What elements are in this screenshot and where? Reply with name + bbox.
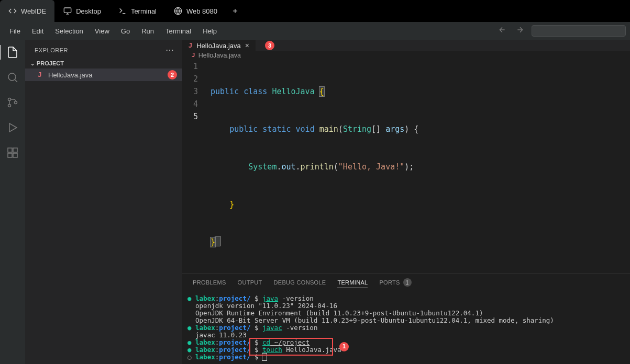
tab-desktop-label: Desktop xyxy=(76,7,101,15)
panel-tab-ports[interactable]: PORTS1 xyxy=(379,278,411,289)
code-content: public class HelloJava { public static v… xyxy=(211,60,630,274)
globe-icon xyxy=(174,7,182,15)
breadcrumb[interactable]: J HelloJava.java xyxy=(182,51,630,59)
panel-tab-output[interactable]: OUTPUT xyxy=(238,279,262,288)
code-icon xyxy=(8,7,17,15)
java-file-icon: J xyxy=(192,52,195,59)
svg-point-10 xyxy=(8,73,16,81)
command-center-input[interactable] xyxy=(532,25,626,37)
line-gutter: 1 2 3 4 5 xyxy=(182,60,211,274)
nav-back-button[interactable] xyxy=(496,25,509,37)
svg-rect-16 xyxy=(8,148,12,152)
plus-icon xyxy=(231,7,239,15)
bottom-panel: PROBLEMS OUTPUT DEBUG CONSOLE TERMINAL P… xyxy=(182,274,630,364)
source-control-activity[interactable] xyxy=(5,95,20,110)
menu-view[interactable]: View xyxy=(90,25,115,37)
panel-tab-bar: PROBLEMS OUTPUT DEBUG CONSOLE TERMINAL P… xyxy=(182,274,630,292)
svg-rect-18 xyxy=(13,153,17,157)
tab-webide[interactable]: WebIDE xyxy=(0,0,55,22)
panel-tab-terminal[interactable]: TERMINAL xyxy=(337,279,368,288)
tab-web8080-label: Web 8080 xyxy=(186,7,217,15)
annotation-1-box xyxy=(249,338,333,356)
svg-line-11 xyxy=(15,80,17,82)
editor-tab-bar: J HelloJava.java × 3 xyxy=(182,40,630,51)
tab-desktop[interactable]: Desktop xyxy=(55,0,110,22)
text-cursor xyxy=(215,236,220,246)
code-editor[interactable]: 1 2 3 4 5 public class HelloJava { publi… xyxy=(182,59,630,274)
menu-file[interactable]: File xyxy=(4,25,26,37)
terminal-icon xyxy=(118,7,127,15)
svg-rect-0 xyxy=(64,8,71,13)
tab-terminal-label: Terminal xyxy=(131,7,157,15)
svg-point-12 xyxy=(8,98,11,101)
menu-edit[interactable]: Edit xyxy=(27,25,49,37)
activity-bar xyxy=(0,40,25,364)
svg-point-14 xyxy=(15,101,17,104)
java-file-icon: J xyxy=(189,42,192,49)
annotation-1-badge: 1 xyxy=(339,342,349,351)
panel-tab-debug[interactable]: DEBUG CONSOLE xyxy=(274,279,326,288)
svg-rect-19 xyxy=(13,148,17,152)
svg-point-13 xyxy=(8,105,11,107)
editor-tab-label: HelloJava.java xyxy=(196,42,241,50)
svg-marker-15 xyxy=(9,123,17,132)
close-tab-button[interactable]: × xyxy=(245,41,249,50)
tab-terminal[interactable]: Terminal xyxy=(110,0,165,22)
annotation-3-badge: 3 xyxy=(265,41,274,50)
project-label: PROJECT xyxy=(37,60,64,66)
search-activity[interactable] xyxy=(5,70,20,85)
file-hellojava-label: HelloJava.java xyxy=(48,71,93,79)
annotation-2-badge: 2 xyxy=(168,70,177,79)
nav-forward-button[interactable] xyxy=(514,25,526,37)
explorer-title: EXPLORER xyxy=(35,47,68,53)
java-file-icon: J xyxy=(36,71,44,79)
new-tab-button[interactable] xyxy=(226,0,244,22)
menu-go[interactable]: Go xyxy=(116,25,135,37)
menu-selection[interactable]: Selection xyxy=(50,25,88,37)
file-hellojava[interactable]: J HelloJava.java 2 xyxy=(25,69,182,81)
extensions-activity[interactable] xyxy=(5,145,20,160)
tab-web8080[interactable]: Web 8080 xyxy=(165,0,226,22)
monitor-icon xyxy=(63,7,72,15)
chevron-down-icon: ⌄ xyxy=(30,61,35,66)
ports-count-badge: 1 xyxy=(403,278,412,287)
tab-webide-label: WebIDE xyxy=(21,7,46,15)
explorer-activity[interactable] xyxy=(0,45,25,60)
project-folder-toggle[interactable]: ⌄ PROJECT xyxy=(25,58,182,69)
terminal-output[interactable]: ● labex:project/ $ java -version openjdk… xyxy=(182,292,630,364)
menu-terminal[interactable]: Terminal xyxy=(160,25,196,37)
explorer-more-button[interactable]: ⋯ xyxy=(165,45,174,55)
breadcrumb-file: HelloJava.java xyxy=(198,52,241,59)
menu-bar: File Edit Selection View Go Run Terminal… xyxy=(0,22,630,40)
editor-tab-hellojava[interactable]: J HelloJava.java × xyxy=(182,40,256,51)
editor-area: J HelloJava.java × 3 J HelloJava.java 1 … xyxy=(182,40,630,364)
run-debug-activity[interactable] xyxy=(5,120,20,135)
window-tabs: WebIDE Desktop Terminal Web 8080 xyxy=(0,0,630,22)
menu-help[interactable]: Help xyxy=(197,25,222,37)
menu-run[interactable]: Run xyxy=(136,25,159,37)
panel-tab-problems[interactable]: PROBLEMS xyxy=(193,279,226,288)
explorer-sidebar: EXPLORER ⋯ ⌄ PROJECT J HelloJava.java 2 xyxy=(25,40,182,364)
svg-rect-17 xyxy=(8,153,12,157)
